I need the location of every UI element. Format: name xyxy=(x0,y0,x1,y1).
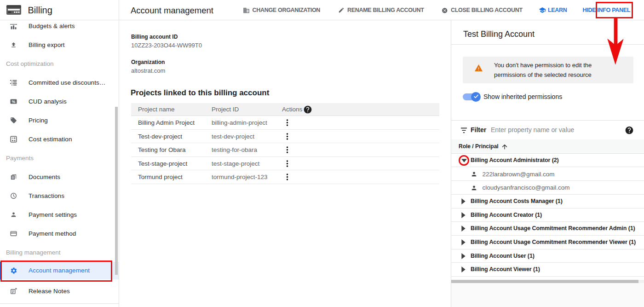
svg-text:%: % xyxy=(12,99,15,104)
